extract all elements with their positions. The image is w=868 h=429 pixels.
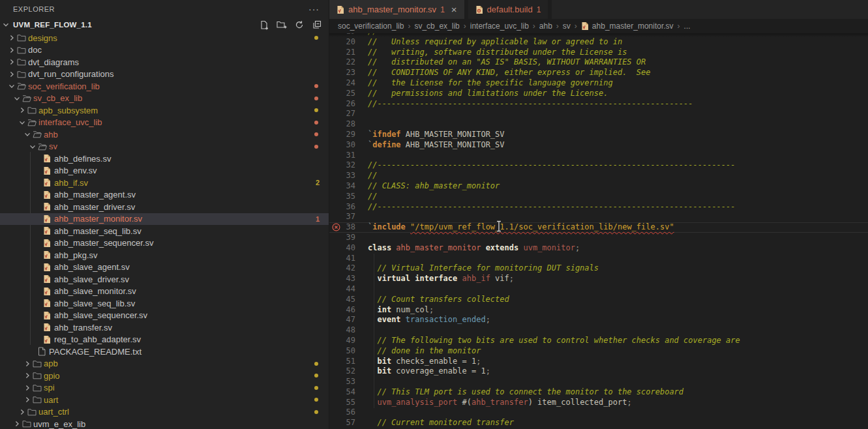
code-line-31[interactable]: 31 — [329, 151, 868, 161]
tree-file-ahb_slave_monitor.sv[interactable]: ahb_slave_monitor.sv — [0, 286, 329, 298]
tree-folder-uart_ctrl[interactable]: uart_ctrl — [0, 406, 329, 419]
code-line-54[interactable]: 54 // This TLM port is used to connect t… — [329, 387, 868, 398]
tree-file-ahb_master_seq_lib.sv[interactable]: ahb_master_seq_lib.sv — [0, 225, 329, 237]
tree-folder-doc[interactable]: doc — [0, 44, 329, 57]
line-number: 56 — [329, 407, 368, 418]
tab-ahb_master_monitor.sv[interactable]: ahb_master_monitor.sv1× — [329, 0, 468, 19]
breadcrumb-item-sv[interactable]: sv — [563, 22, 571, 31]
code-line-50[interactable]: 50 // done in the monitor — [329, 346, 868, 357]
code-line-52[interactable]: 52 bit coverage_enable = 1; — [329, 366, 868, 377]
tree-folder-ahb[interactable]: ahb — [0, 128, 329, 141]
code-line-42[interactable]: 42 // Virtual Interface for monitoring D… — [329, 263, 868, 274]
tree-file-ahb_slave_sequencer.sv[interactable]: ahb_slave_sequencer.sv — [0, 310, 329, 322]
tree-file-ahb_master_sequencer.sv[interactable]: ahb_master_sequencer.sv — [0, 237, 329, 250]
code-line-33[interactable]: 33// — [329, 171, 868, 181]
code-line-20[interactable]: 20// Unless required by applicable law o… — [329, 37, 868, 48]
code-line-43[interactable]: 43 virtual interface ahb_if vif; — [329, 274, 868, 284]
breadcrumb-item-interface_uvc_lib[interactable]: interface_uvc_lib — [470, 22, 529, 31]
code-token: // — [368, 33, 377, 36]
code-editor[interactable]: 19//20// Unless required by applicable l… — [329, 33, 868, 429]
breadcrumb-item-ahb[interactable]: ahb — [539, 22, 552, 31]
tab-default.build[interactable]: default.build1 — [468, 0, 552, 19]
code-line-36[interactable]: 36//------------------------------------… — [329, 202, 868, 213]
code-line-30[interactable]: 30`define AHB_MASTER_MONITOR_SV — [329, 140, 868, 151]
tree-file-reg_to_ahb_adapter.sv[interactable]: reg_to_ahb_adapter.sv — [0, 334, 329, 346]
code-line-55[interactable]: 55 uvm_analysis_port #(ahb_transfer) ite… — [329, 398, 868, 408]
more-actions-icon[interactable]: ··· — [308, 4, 320, 14]
breadcrumb-item-...[interactable]: ... — [684, 22, 691, 31]
tree-file-ahb_if.sv[interactable]: ahb_if.sv2 — [0, 177, 329, 189]
code-line-40[interactable]: 40class ahb_master_monitor extends uvm_m… — [329, 243, 868, 254]
code-line-39[interactable]: 39 — [329, 233, 868, 243]
code-line-45[interactable]: 45 // Count transfers collected — [329, 295, 868, 305]
tree-folder-uvm_e_ex_lib[interactable]: uvm_e_ex_lib — [0, 418, 329, 429]
workspace-section-header[interactable]: UVM_REF_FLOW_1.1 — [0, 18, 329, 32]
code-line-27[interactable]: 27 — [329, 109, 868, 119]
code-line-21[interactable]: 21// writing, software distributed under… — [329, 48, 868, 58]
line-number: 45 — [329, 295, 368, 305]
code-line-41[interactable]: 41 — [329, 254, 868, 264]
tree-file-ahb_defines.sv[interactable]: ahb_defines.sv — [0, 153, 329, 165]
tree-file-ahb_master_driver.sv[interactable]: ahb_master_driver.sv — [0, 201, 329, 213]
tree-file-ahb_master_monitor.sv[interactable]: ahb_master_monitor.sv1 — [0, 213, 329, 226]
tree-file-ahb_env.sv[interactable]: ahb_env.sv — [0, 165, 329, 177]
collapse-all-icon[interactable] — [312, 20, 322, 30]
tree-file-ahb_slave_agent.sv[interactable]: ahb_slave_agent.sv — [0, 261, 329, 274]
code-line-26[interactable]: 26//------------------------------------… — [329, 99, 868, 110]
tree-folder-uart[interactable]: uart — [0, 394, 329, 406]
code-line-32[interactable]: 32//------------------------------------… — [329, 160, 868, 171]
code-line-25[interactable]: 25// permissions and limitations under t… — [329, 89, 868, 99]
code-line-47[interactable]: 47 event transaction_ended; — [329, 315, 868, 325]
tree-folder-apb_subsystem[interactable]: apb_subsystem — [0, 104, 329, 117]
code-line-53[interactable]: 53 — [329, 377, 868, 387]
explorer-title-row: EXPLORER ··· — [0, 0, 329, 18]
code-token: virtual — [377, 274, 410, 283]
code-line-46[interactable]: 46 int num_col; — [329, 305, 868, 316]
code-line-51[interactable]: 51 bit checks_enable = 1; — [329, 357, 868, 367]
tree-item-label: designs — [28, 33, 57, 43]
explorer-sidebar: EXPLORER ··· UVM_REF_FLOW_1.1 designsdoc… — [0, 0, 329, 429]
new-folder-icon[interactable] — [277, 20, 287, 30]
breadcrumb-item-sv_cb_ex_lib[interactable]: sv_cb_ex_lib — [414, 22, 459, 31]
tree-file-ahb_slave_driver.sv[interactable]: ahb_slave_driver.sv — [0, 273, 329, 286]
breadcrumb-label: ... — [684, 22, 691, 31]
code-line-44[interactable]: 44 — [329, 284, 868, 295]
code-line-56[interactable]: 56 — [329, 407, 868, 418]
tree-file-ahb_slave_seq_lib.sv[interactable]: ahb_slave_seq_lib.sv — [0, 297, 329, 310]
new-file-icon[interactable] — [259, 20, 269, 30]
tree-folder-interface_uvc_lib[interactable]: interface_uvc_lib — [0, 117, 329, 129]
code-line-57[interactable]: 57 // Current monitored transfer — [329, 418, 868, 428]
tree-file-PACKAGE_README.txt[interactable]: PACKAGE_README.txt — [0, 346, 329, 358]
sv-file-icon — [337, 5, 344, 14]
code-line-28[interactable]: 28 — [329, 119, 868, 130]
code-line-49[interactable]: 49 // The following two bits are used to… — [329, 336, 868, 346]
code-line-48[interactable]: 48 — [329, 325, 868, 336]
tree-folder-soc_verification_lib[interactable]: soc_verification_lib — [0, 80, 329, 93]
tree-folder-designs[interactable]: designs — [0, 32, 329, 44]
line-number: 31 — [329, 151, 368, 161]
tree-file-ahb_pkg.sv[interactable]: ahb_pkg.sv — [0, 249, 329, 261]
tree-folder-spi[interactable]: spi — [0, 382, 329, 394]
tree-file-ahb_master_agent.sv[interactable]: ahb_master_agent.sv — [0, 189, 329, 201]
code-line-29[interactable]: 29`ifndef AHB_MASTER_MONITOR_SV — [329, 130, 868, 140]
breadcrumb-separator: › — [556, 22, 559, 31]
tree-folder-dvt_diagrams[interactable]: dvt_diagrams — [0, 56, 329, 68]
code-line-35[interactable]: 35// — [329, 192, 868, 202]
code-line-34[interactable]: 34// CLASS: ahb_master_monitor — [329, 181, 868, 192]
close-tab-icon[interactable]: × — [451, 4, 457, 15]
breadcrumb-item-soc_verification_lib[interactable]: soc_verification_lib — [338, 22, 404, 31]
tree-folder-apb[interactable]: apb — [0, 358, 329, 370]
tree-folder-sv_cb_ex_lib[interactable]: sv_cb_ex_lib — [0, 93, 329, 105]
code-token: // Virtual Interface for monitoring DUT … — [368, 263, 599, 273]
tree-folder-sv[interactable]: sv — [0, 141, 329, 153]
code-line-22[interactable]: 22// distributed on an "AS IS" BASIS, WI… — [329, 57, 868, 68]
refresh-icon[interactable] — [294, 20, 305, 30]
breadcrumb-item-ahb_master_monitor.sv[interactable]: ahb_master_monitor.sv — [581, 22, 674, 31]
code-line-24[interactable]: 24// the License for the specific langua… — [329, 78, 868, 89]
code-line-37[interactable]: 37 — [329, 212, 868, 222]
code-line-23[interactable]: 23// CONDITIONS OF ANY KIND, either expr… — [329, 68, 868, 78]
tree-folder-dvt_run_configurations[interactable]: dvt_run_configurations — [0, 68, 329, 81]
tree-file-ahb_transfer.sv[interactable]: ahb_transfer.sv — [0, 321, 329, 334]
code-line-38[interactable]: 38`include "/tmp/uvm_ref_flow_1.1/soc_ve… — [329, 222, 868, 233]
tree-folder-gpio[interactable]: gpio — [0, 370, 329, 382]
